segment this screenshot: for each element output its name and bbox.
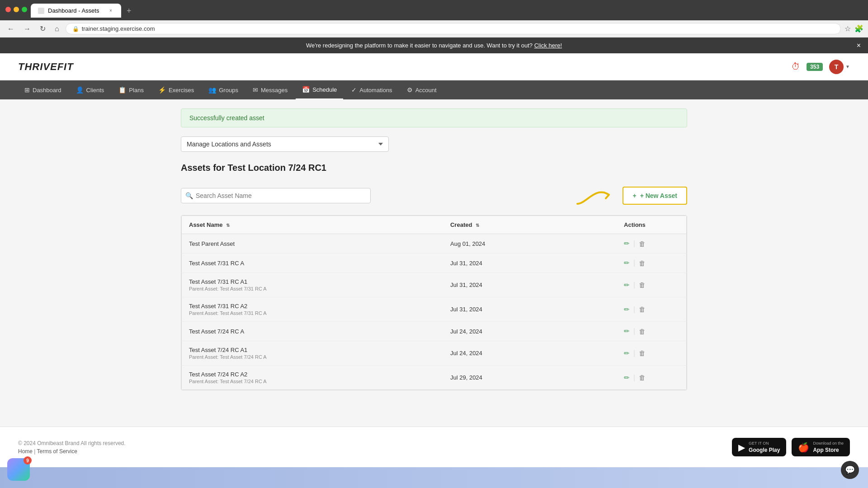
asset-name: Test Asset 7/31 RC A: [189, 260, 436, 267]
arrow-svg: [573, 181, 627, 208]
notification-banner: We're redesigning the platform to make i…: [0, 38, 868, 53]
col-asset-name-label: Asset Name: [189, 221, 222, 228]
delete-asset-button[interactable]: 🗑: [639, 305, 646, 313]
home-button[interactable]: ⌂: [52, 24, 62, 34]
asset-date: Jul 29, 2024: [443, 366, 583, 390]
assets-table-section: Asset Name ⇅ Created ⇅ Actions Test Pare…: [181, 215, 687, 390]
delete-asset-button[interactable]: 🗑: [639, 240, 646, 248]
arrow-annotation: [573, 181, 627, 210]
tl-green[interactable]: [22, 7, 27, 12]
ssl-lock-icon: 🔒: [72, 26, 79, 32]
asset-parent: Parent Asset: Test Asset 7/24 RC A: [189, 379, 436, 384]
nav-item-clients[interactable]: 👤 Clients: [70, 81, 111, 99]
edit-asset-button[interactable]: ✏: [624, 239, 630, 248]
nav-item-dashboard[interactable]: ⊞ Dashboard: [18, 81, 68, 99]
address-bar[interactable]: 🔒 trainer.staging.exercise.com: [66, 23, 841, 34]
delete-asset-button[interactable]: 🗑: [639, 281, 646, 289]
google-play-text: GET IT ON Google Play: [749, 441, 780, 454]
footer-tos-link[interactable]: Terms of Service: [37, 448, 77, 455]
delete-asset-button[interactable]: 🗑: [639, 349, 646, 357]
footer-home-link[interactable]: Home: [18, 448, 33, 455]
asset-actions-cell: ✏ | 🗑: [583, 341, 687, 366]
search-icon: 🔍: [185, 192, 193, 199]
asset-actions-cell: ✏ | 🗑: [583, 273, 687, 297]
google-play-badge[interactable]: ▶ GET IT ON Google Play: [732, 438, 786, 456]
bottom-gradient: [0, 467, 868, 488]
asset-parent: Parent Asset: Test Asset 7/31 RC A: [189, 310, 436, 316]
delete-asset-button[interactable]: 🗑: [639, 374, 646, 381]
tab-close-button[interactable]: ×: [108, 8, 114, 14]
logo[interactable]: THRIVEFIT: [18, 61, 74, 73]
table-row: Test Parent AssetAug 01, 2024 ✏ | 🗑: [182, 234, 687, 253]
asset-actions-cell: ✏ | 🗑: [583, 253, 687, 273]
edit-asset-button[interactable]: ✏: [624, 281, 630, 289]
nav-item-exercises[interactable]: ⚡ Exercises: [152, 81, 200, 99]
search-input[interactable]: [181, 188, 371, 203]
location-select[interactable]: Manage Locations and Assets: [181, 136, 389, 152]
back-button[interactable]: ←: [5, 24, 17, 34]
extensions-button[interactable]: 🧩: [854, 24, 863, 33]
browser-tab-active[interactable]: Dashboard - Assets ×: [31, 4, 121, 18]
bookmark-button[interactable]: ☆: [844, 24, 851, 33]
timer-icon[interactable]: ⏱: [791, 61, 800, 72]
main-content: Successfully created asset Manage Locati…: [163, 99, 705, 408]
assets-table: Asset Name ⇅ Created ⇅ Actions Test Pare…: [181, 216, 687, 390]
forward-button[interactable]: →: [21, 24, 33, 34]
edit-asset-button[interactable]: ✏: [624, 349, 630, 357]
success-message: Successfully created asset: [189, 114, 264, 122]
notification-close-button[interactable]: ×: [857, 42, 861, 50]
asset-actions: ✏ | 🗑: [590, 349, 679, 357]
app-header: THRIVEFIT ⏱ 353 T ▼: [0, 53, 868, 80]
nav-item-groups[interactable]: 👥 Groups: [202, 81, 245, 99]
reload-button[interactable]: ↻: [37, 23, 48, 34]
edit-asset-button[interactable]: ✏: [624, 305, 630, 314]
notification-link[interactable]: Click here!: [534, 42, 562, 49]
nav-item-account[interactable]: ⚙ Account: [401, 81, 443, 99]
asset-name-cell: Test Parent Asset: [182, 234, 443, 253]
asset-date: Jul 31, 2024: [443, 273, 583, 297]
delete-asset-button[interactable]: 🗑: [639, 259, 646, 267]
chat-bubble[interactable]: 💬: [841, 461, 859, 479]
nav-label-clients: Clients: [86, 87, 104, 94]
app-icon-notification-count: 9: [24, 456, 32, 465]
asset-date: Aug 01, 2024: [443, 234, 583, 253]
nav-item-messages[interactable]: ✉ Messages: [246, 81, 294, 99]
notification-badge[interactable]: 353: [807, 63, 823, 71]
user-menu-chevron-icon: ▼: [845, 64, 850, 69]
app-store-small: Download on the: [813, 441, 844, 446]
new-tab-button[interactable]: +: [123, 5, 135, 18]
google-play-big: Google Play: [749, 446, 780, 454]
edit-asset-button[interactable]: ✏: [624, 374, 630, 382]
user-menu[interactable]: T ▼: [829, 60, 850, 74]
edit-asset-button[interactable]: ✏: [624, 259, 630, 267]
nav-item-schedule[interactable]: 📅 Schedule: [296, 80, 343, 99]
nav-item-plans[interactable]: 📋 Plans: [112, 81, 150, 99]
notification-text: We're redesigning the platform to make i…: [306, 42, 533, 49]
table-row: Test Asset 7/24 RC AJul 24, 2024 ✏ | 🗑: [182, 322, 687, 341]
tl-yellow[interactable]: [14, 7, 19, 12]
footer-copyright: © 2024 Omnibeast Brand All rights reserv…: [18, 440, 126, 446]
toolbar-right: + + New Asset: [573, 181, 687, 210]
sort-created-icon: ⇅: [476, 223, 479, 228]
col-asset-name[interactable]: Asset Name ⇅: [182, 216, 443, 234]
page-title: Assets for Test Location 7/24 RC1: [181, 163, 687, 173]
edit-asset-button[interactable]: ✏: [624, 327, 630, 335]
asset-actions-cell: ✏ | 🗑: [583, 322, 687, 341]
browser-chrome: Dashboard - Assets × +: [0, 0, 868, 20]
asset-actions: ✏ | 🗑: [590, 305, 679, 314]
sort-asset-name-icon: ⇅: [226, 223, 230, 228]
table-row: Test Asset 7/24 RC A1Parent Asset: Test …: [182, 341, 687, 366]
col-created-label: Created: [450, 221, 472, 228]
app-store-badge[interactable]: 🍎 Download on the App Store: [792, 438, 850, 456]
traffic-lights[interactable]: [5, 7, 27, 12]
actions-divider: |: [633, 239, 635, 248]
new-asset-button[interactable]: + + New Asset: [623, 187, 687, 205]
automations-icon: ✓: [351, 86, 357, 94]
delete-asset-button[interactable]: 🗑: [639, 328, 646, 335]
nav-item-automations[interactable]: ✓ Automations: [345, 81, 398, 99]
app-icon[interactable]: 9: [7, 458, 30, 481]
nav-label-groups: Groups: [219, 87, 238, 94]
tl-red[interactable]: [5, 7, 11, 12]
actions-divider: |: [633, 327, 635, 335]
col-created[interactable]: Created ⇅: [443, 216, 583, 234]
